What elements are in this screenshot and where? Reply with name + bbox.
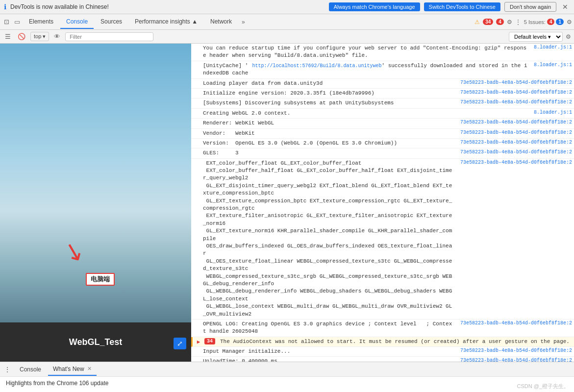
line-source[interactable]: 73e58223-badb-4e8a-b54d-d0f6ebf8f18e:2 (460, 160, 572, 165)
filter-input[interactable] (65, 32, 153, 41)
line-source[interactable]: 73e58223-badb-4e8a-b54d-d0f6ebf8f18e:2 (460, 149, 572, 155)
info-icon: ℹ (4, 3, 6, 11)
notif-text: DevTools is now available in Chinese! (10, 3, 325, 10)
devtools-tab-bar: ⊡ ▭ Elements Console Sources Performance… (0, 14, 574, 30)
device-icon[interactable]: ▭ (12, 17, 22, 26)
switch-devtools-button[interactable]: Switch DevTools to Chinese (424, 2, 500, 11)
clear-console-icon[interactable]: 🚫 (16, 32, 27, 41)
line-source[interactable]: 73e58223-badb-4e8a-b54d-d0f6ebf8f18e:2 (460, 99, 572, 105)
context-selector[interactable]: top ▾ (30, 32, 49, 41)
whatsnew-tab-label: What's New (53, 366, 84, 372)
line-text: Creating WebGL 2.0 context. (203, 110, 528, 117)
menu-icon[interactable]: ⋮ (515, 19, 521, 25)
bottom-tab-whatsnew[interactable]: What's New ✕ (48, 363, 97, 376)
console-settings-icon[interactable]: ⚙ (566, 33, 571, 40)
gear-icon[interactable]: ⚙ (507, 19, 512, 25)
console-panel: You can reduce startup time if you confi… (191, 44, 574, 362)
console-line: ▶ 34 The AudioContext was not allowed to… (191, 337, 574, 347)
main-area: WebGL_Test ⤢ ↘ 电脑端 You can reduce startu… (0, 44, 574, 362)
console-line: UnloadTime: 0.400000 ms电脑端 73e58223-badb… (191, 357, 574, 362)
console-line: [UnityCache] 'http://localhost:57692/Bui… (191, 61, 574, 79)
issues-badge: 5 Issues: 4 1 (524, 19, 564, 25)
console-line: GLES: 3 73e58223-badb-4e8a-b54d-d0f6ebf8… (191, 148, 574, 158)
annotation-label: 电脑端 (86, 273, 115, 286)
line-source[interactable]: 73e58223-badb-4e8a-b54d-d0f6ebf8f18e:2 (460, 140, 572, 145)
console-line: You can reduce startup time if you confi… (191, 44, 574, 61)
line-text: You can reduce startup time if you confi… (203, 45, 528, 60)
line-text: Vendor: WebKit (203, 130, 454, 137)
expand-arrow[interactable]: ▶ (195, 339, 202, 345)
line-text: [Subsystems] Discovering subsystems at p… (203, 99, 454, 107)
console-line: Initialize engine version: 2020.3.35f1 (… (191, 89, 574, 98)
bottom-content-text: Highlights from the Chrome 106 update (6, 380, 108, 387)
line-source[interactable]: 8.loader.js:1 (534, 110, 572, 115)
line-source[interactable]: 73e58223-badb-4e8a-b54d-d0f6ebf8f18e:2 (460, 358, 572, 362)
console-line: OPENGL LOG: Creating OpenGL ES 3.0 graph… (191, 319, 574, 337)
dont-show-again-button[interactable]: Don't show again (504, 2, 556, 12)
tab-icons-area: ⚠ 34 4 ⚙ ⋮ 5 Issues: 4 1 ⚙ (474, 19, 572, 25)
tab-sources[interactable]: Sources (95, 15, 128, 29)
line-source[interactable]: 73e58223-badb-4e8a-b54d-d0f6ebf8f18e:2 (460, 90, 572, 95)
line-text: EXT_color_buffer_float GL_EXT_color_buff… (203, 160, 454, 318)
line-text: Version: OpenGL ES 3.0 (WebGL 2.0 (OpenG… (203, 140, 454, 147)
console-line: Renderer: WebKit WebGL 73e58223-badb-4e8… (191, 119, 574, 128)
console-line: Loading player data from data.unity3d 73… (191, 79, 574, 89)
eye-icon[interactable]: 👁 (52, 32, 62, 41)
line-source[interactable]: 73e58223-badb-4e8a-b54d-d0f6ebf8f18e:2 (460, 130, 572, 135)
console-line: Vendor: WebKit 73e58223-badb-4e8a-b54d-d… (191, 129, 574, 139)
notification-bar: ℹ DevTools is now available in Chinese! … (0, 0, 574, 14)
whatsnew-close-icon[interactable]: ✕ (87, 366, 92, 372)
issues-label: 5 Issues: (524, 19, 546, 25)
link-url[interactable]: http://localhost:57692/Build/8.data.unit… (252, 63, 381, 69)
line-text: Renderer: WebKit WebGL (203, 120, 454, 127)
line-text: OPENGL LOG: Creating OpenGL ES 3.0 graph… (203, 320, 454, 336)
more-tabs-icon[interactable]: » (239, 19, 248, 25)
tab-console[interactable]: Console (60, 15, 94, 29)
settings-icon[interactable]: ⚙ (567, 19, 572, 25)
tab-performance[interactable]: Performance insights ▲ (129, 15, 203, 29)
line-source[interactable]: 73e58223-badb-4e8a-b54d-d0f6ebf8f18e:2 (460, 80, 572, 85)
levels-dropdown[interactable]: Default levels ▾ (509, 32, 563, 42)
webgl-title: WebGL_Test (69, 337, 122, 347)
bottom-menu-icon[interactable]: ⋮ (4, 366, 11, 373)
console-line: Input Manager initialize... 73e58223-bad… (191, 347, 574, 357)
line-source[interactable]: 8.loader.js:1 (534, 62, 572, 68)
line-text: The AudioContext was not allowed to star… (220, 338, 572, 345)
inspect-icon[interactable]: ⊡ (2, 17, 11, 26)
tab-elements[interactable]: Elements (23, 15, 59, 29)
line-source[interactable]: 73e58223-badb-4e8a-b54d-d0f6ebf8f18e:2 (460, 348, 572, 353)
line-text: [UnityCache] 'http://localhost:57692/Bui… (203, 62, 528, 77)
line-text: Input Manager initialize... (203, 348, 454, 355)
count-badge: 34 (204, 338, 215, 344)
error-count-badge: 4 (496, 19, 504, 25)
console-line: EXT_color_buffer_float GL_EXT_color_buff… (191, 159, 574, 319)
console-line: [Subsystems] Discovering subsystems at p… (191, 98, 574, 108)
line-text: UnloadTime: 0.400000 ms电脑端 (203, 358, 454, 362)
webgl-bottom-bar: WebGL_Test (0, 322, 191, 362)
line-text: Loading player data from data.unity3d (203, 80, 454, 87)
console-output: You can reduce startup time if you confi… (191, 44, 574, 362)
match-language-button[interactable]: Always match Chrome's language (329, 2, 420, 11)
expand-button[interactable]: ⤢ (174, 338, 186, 349)
console-line: Creating WebGL 2.0 context. 8.loader.js:… (191, 109, 574, 119)
warning-badge: ⚠ (474, 19, 480, 25)
line-source[interactable]: 73e58223-badb-4e8a-b54d-d0f6ebf8f18e:2 (460, 120, 572, 125)
csdn-watermark: CSDN @_橙子先生。 (517, 383, 569, 390)
line-source[interactable]: 8.loader.js:1 (534, 45, 572, 50)
console-line: Version: OpenGL ES 3.0 (WebGL 2.0 (OpenG… (191, 139, 574, 148)
console-tab-label: Console (20, 366, 41, 373)
warning-count-badge: 34 (483, 19, 493, 25)
webpage-preview: WebGL_Test ⤢ ↘ 电脑端 (0, 44, 191, 362)
bottom-tab-console[interactable]: Console (15, 364, 46, 375)
close-notif-icon[interactable]: ✕ (560, 3, 570, 11)
sidebar-toggle-icon[interactable]: ☰ (3, 32, 13, 41)
issues-red-badge: 4 (547, 19, 555, 25)
issues-blue-badge: 1 (556, 19, 564, 25)
console-toolbar: ☰ 🚫 top ▾ 👁 Default levels ▾ ⚙ (0, 30, 574, 44)
bottom-tab-bar: ⋮ Console What's New ✕ (0, 362, 574, 376)
line-text: GLES: 3 (203, 149, 454, 157)
bottom-content-area: Highlights from the Chrome 106 update (0, 376, 574, 392)
line-text: Initialize engine version: 2020.3.35f1 (… (203, 90, 454, 97)
tab-network[interactable]: Network (204, 15, 238, 29)
line-source[interactable]: 73e58223-badb-4e8a-b54d-d0f6ebf8f18e:2 (460, 320, 572, 326)
